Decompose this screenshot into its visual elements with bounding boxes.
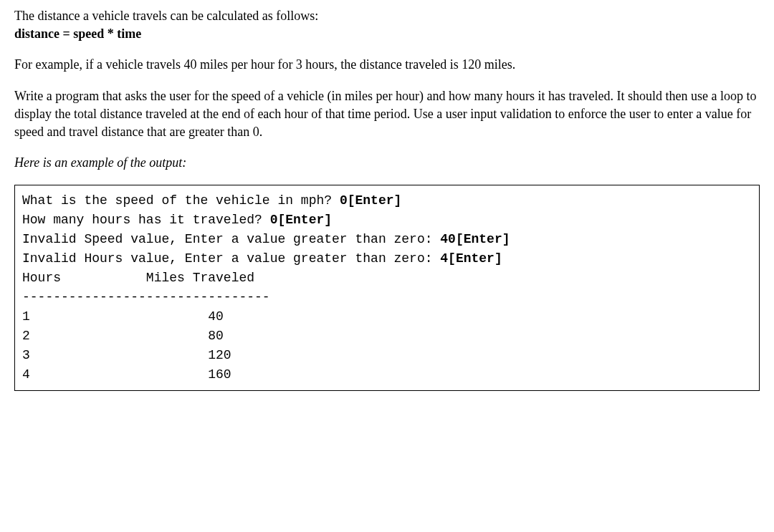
prompt-speed: What is the speed of the vehicle in mph? xyxy=(22,193,340,208)
example-paragraph: For example, if a vehicle travels 40 mil… xyxy=(14,56,760,74)
intro-line1: The distance a vehicle travels can be ca… xyxy=(14,9,318,23)
input-hours: 0[Enter] xyxy=(270,213,332,227)
prompt-hours: How many hours has it traveled? xyxy=(22,213,270,227)
table-row: 4 160 xyxy=(22,367,231,382)
table-divider: -------------------------------- xyxy=(22,290,270,304)
table-header: Hours Miles Traveled xyxy=(22,271,254,285)
output-label: Here is an example of the output: xyxy=(14,154,760,172)
input-speed-retry: 40[Enter] xyxy=(440,232,510,246)
table-row: 3 120 xyxy=(22,348,231,362)
input-hours-retry: 4[Enter] xyxy=(440,251,502,266)
invalid-speed-msg: Invalid Speed value, Enter a value great… xyxy=(22,232,440,246)
formula: distance = speed * time xyxy=(14,26,141,41)
input-speed: 0[Enter] xyxy=(340,193,401,208)
instructions-paragraph: Write a program that asks the user for t… xyxy=(14,87,760,142)
intro-paragraph: The distance a vehicle travels can be ca… xyxy=(14,7,760,43)
table-row: 1 40 xyxy=(22,309,224,324)
table-row: 2 80 xyxy=(22,329,224,343)
invalid-hours-msg: Invalid Hours value, Enter a value great… xyxy=(22,251,440,266)
code-output-box: What is the speed of the vehicle in mph?… xyxy=(14,185,760,391)
